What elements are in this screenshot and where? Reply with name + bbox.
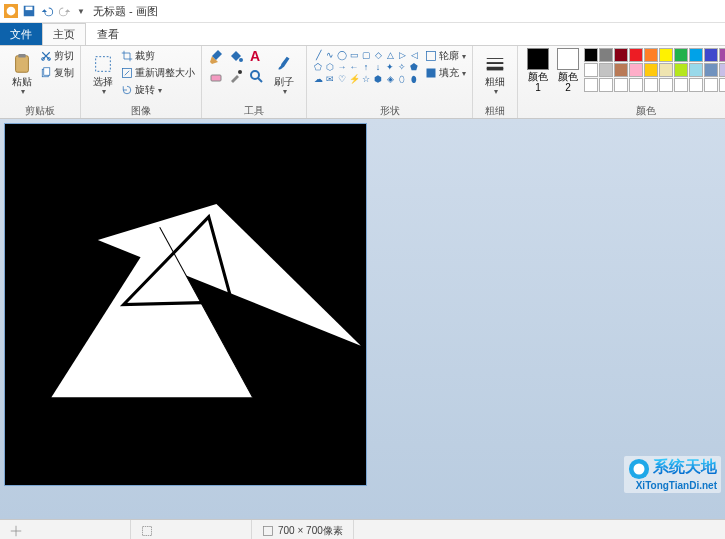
cut-button[interactable]: 剪切 xyxy=(40,48,74,64)
color-swatch[interactable] xyxy=(629,78,643,92)
svg-rect-28 xyxy=(143,527,152,536)
thickness-button[interactable]: 粗细▾ xyxy=(479,48,511,102)
color-swatch[interactable] xyxy=(689,63,703,77)
color-swatch[interactable] xyxy=(659,48,673,62)
shape-gallery[interactable]: ╱∿◯▭▢◇△▷◁ ⬠⬡→←↑↓✦✧⬟ ☁✉♡⚡☆⬢◈⬯⬮ xyxy=(313,48,419,84)
svg-rect-4 xyxy=(16,56,29,73)
group-thickness: 粗细▾ 粗细 xyxy=(473,46,518,118)
fill-tool-icon[interactable] xyxy=(228,48,246,66)
color-swatch[interactable] xyxy=(704,48,718,62)
select-button[interactable]: 选择▾ xyxy=(87,48,119,102)
status-cursor-pos xyxy=(0,520,131,539)
group-label-colors: 颜色 xyxy=(524,104,725,116)
group-colors: 颜色 1 颜色 2 编辑颜色 颜色 xyxy=(518,46,725,118)
group-tools: A 刷子▾ 工具 xyxy=(202,46,307,118)
svg-rect-5 xyxy=(18,54,25,58)
title-bar: ▼ 无标题 - 画图 xyxy=(0,0,725,23)
color-swatch[interactable] xyxy=(614,78,628,92)
resize-button[interactable]: 重新调整大小 xyxy=(121,65,195,81)
group-shapes: ╱∿◯▭▢◇△▷◁ ⬠⬡→←↑↓✦✧⬟ ☁✉♡⚡☆⬢◈⬯⬮ 轮廓▾ 填充▾ 形状 xyxy=(307,46,473,118)
color-swatch[interactable] xyxy=(584,63,598,77)
palette-row-1[interactable] xyxy=(584,48,725,62)
group-label-image: 图像 xyxy=(87,104,195,116)
color-swatch[interactable] xyxy=(674,48,688,62)
picker-tool-icon[interactable] xyxy=(228,68,246,86)
svg-point-15 xyxy=(238,70,242,74)
ribbon: 粘贴▾ 剪切 复制 剪贴板 选择▾ 裁剪 重新调整大小 旋转▾ 图像 xyxy=(0,46,725,119)
copy-button[interactable]: 复制 xyxy=(40,65,74,81)
eraser-tool-icon[interactable] xyxy=(208,68,226,86)
color-swatch[interactable] xyxy=(644,63,658,77)
color-swatch[interactable] xyxy=(629,63,643,77)
group-label-thickness: 粗细 xyxy=(479,104,511,116)
drawing-canvas[interactable] xyxy=(4,123,367,486)
group-label-tools: 工具 xyxy=(208,104,300,116)
color-swatch[interactable] xyxy=(719,78,725,92)
color-swatch[interactable] xyxy=(599,63,613,77)
color-swatch[interactable] xyxy=(689,48,703,62)
color-swatch[interactable] xyxy=(584,48,598,62)
color-swatch[interactable] xyxy=(659,63,673,77)
svg-rect-3 xyxy=(26,7,33,11)
save-icon[interactable] xyxy=(22,4,36,18)
crop-button[interactable]: 裁剪 xyxy=(121,48,195,64)
color-swatch[interactable] xyxy=(599,48,613,62)
palette-row-2[interactable] xyxy=(584,63,725,77)
svg-rect-14 xyxy=(211,75,221,81)
color2-button[interactable]: 颜色 2 xyxy=(554,48,582,93)
group-label-shapes: 形状 xyxy=(313,104,466,116)
watermark: 系统天地 XiTongTianDi.net xyxy=(624,456,721,493)
svg-rect-17 xyxy=(427,52,436,61)
redo-icon[interactable] xyxy=(58,4,72,18)
color-swatch[interactable] xyxy=(644,78,658,92)
tab-view[interactable]: 查看 xyxy=(86,23,130,45)
qat-dropdown-icon[interactable]: ▼ xyxy=(77,7,85,16)
color-swatch[interactable] xyxy=(689,78,703,92)
paste-button[interactable]: 粘贴▾ xyxy=(6,48,38,102)
color-swatch[interactable] xyxy=(719,48,725,62)
pencil-tool-icon[interactable] xyxy=(208,48,226,66)
brush-button[interactable]: 刷子▾ xyxy=(268,48,300,102)
color-swatch[interactable] xyxy=(659,78,673,92)
shape-outline-button[interactable]: 轮廓▾ xyxy=(425,48,466,64)
canvas-area: 系统天地 XiTongTianDi.net xyxy=(0,119,725,519)
ribbon-tabs: 文件 主页 查看 xyxy=(0,23,725,46)
tab-home[interactable]: 主页 xyxy=(42,23,86,45)
tab-file[interactable]: 文件 xyxy=(0,23,42,45)
text-tool-icon[interactable]: A xyxy=(248,48,266,66)
color-swatch[interactable] xyxy=(644,48,658,62)
svg-point-12 xyxy=(239,58,243,62)
color-swatch[interactable] xyxy=(614,63,628,77)
undo-icon[interactable] xyxy=(40,4,54,18)
status-bar: 700 × 700像素 xyxy=(0,519,725,539)
svg-rect-29 xyxy=(264,527,273,536)
color-swatch[interactable] xyxy=(704,78,718,92)
rotate-button[interactable]: 旋转▾ xyxy=(121,82,195,98)
svg-rect-10 xyxy=(96,57,111,72)
group-image: 选择▾ 裁剪 重新调整大小 旋转▾ 图像 xyxy=(81,46,202,118)
color-swatch[interactable] xyxy=(629,48,643,62)
palette-row-3[interactable] xyxy=(584,78,725,92)
color-swatch[interactable] xyxy=(614,48,628,62)
svg-point-1 xyxy=(7,7,16,16)
svg-rect-18 xyxy=(427,69,436,78)
status-selection-size xyxy=(131,520,252,539)
svg-text:A: A xyxy=(250,48,260,64)
color-swatch[interactable] xyxy=(704,63,718,77)
color-swatch[interactable] xyxy=(719,63,725,77)
window-title: 无标题 - 画图 xyxy=(93,4,158,19)
group-clipboard: 粘贴▾ 剪切 复制 剪贴板 xyxy=(0,46,81,118)
svg-rect-9 xyxy=(44,68,50,76)
color-swatch[interactable] xyxy=(674,63,688,77)
shape-fill-button[interactable]: 填充▾ xyxy=(425,65,466,81)
status-canvas-size: 700 × 700像素 xyxy=(252,520,354,539)
svg-point-16 xyxy=(251,71,259,79)
app-icon xyxy=(4,4,18,18)
group-label-clipboard: 剪贴板 xyxy=(6,104,74,116)
color-swatch[interactable] xyxy=(584,78,598,92)
color-swatch[interactable] xyxy=(674,78,688,92)
color-swatch[interactable] xyxy=(599,78,613,92)
magnifier-tool-icon[interactable] xyxy=(248,68,266,86)
color1-button[interactable]: 颜色 1 xyxy=(524,48,552,93)
